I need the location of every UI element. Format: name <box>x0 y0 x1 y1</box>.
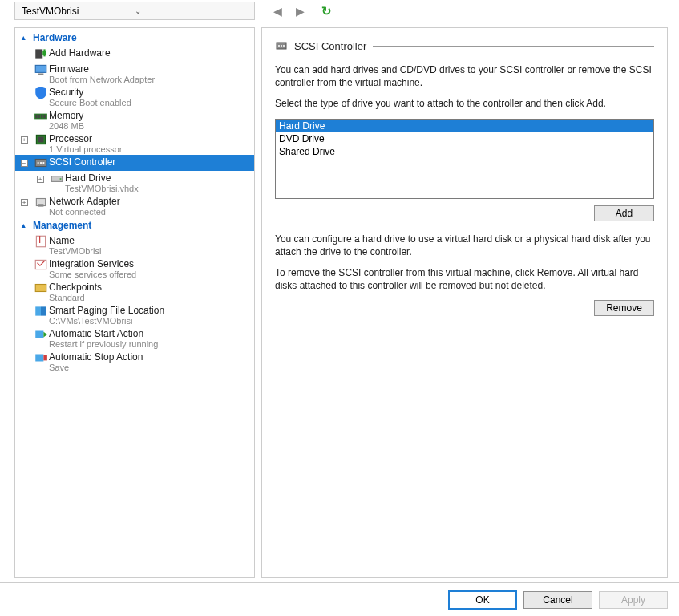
expand-icon[interactable]: + <box>21 136 28 144</box>
scsi-icon <box>275 39 288 52</box>
remove-button-row: Remove <box>275 300 654 316</box>
vm-selector[interactable]: TestVMObrisi ⌄ <box>14 2 255 20</box>
firmware-icon <box>33 63 49 77</box>
expand-icon[interactable]: + <box>21 199 28 206</box>
category-management[interactable]: ▴ Management <box>15 217 254 233</box>
item-label: Name <box>49 235 249 246</box>
svg-point-31 <box>281 45 282 47</box>
integration-icon <box>33 257 49 272</box>
item-sub: C:\VMs\TestVMObrisi <box>49 316 249 326</box>
memory-icon <box>33 109 49 124</box>
item-label: Automatic Start Action <box>49 328 249 339</box>
category-label: Management <box>33 220 91 231</box>
svg-point-17 <box>59 178 61 180</box>
item-sub: Some services offered <box>49 270 249 279</box>
item-label: Security <box>49 87 249 98</box>
ok-button[interactable]: OK <box>448 590 517 610</box>
svg-rect-24 <box>35 306 41 315</box>
drive-option-shared-drive[interactable]: Shared Drive <box>276 145 653 158</box>
nav-separator <box>313 4 313 18</box>
svg-text:I: I <box>38 234 42 245</box>
svg-rect-0 <box>35 49 42 58</box>
item-sub: Restart if previously running <box>49 339 249 349</box>
svg-point-15 <box>42 162 44 164</box>
item-label: Hard Drive <box>65 172 249 184</box>
sidebar-item-firmware[interactable]: FirmwareBoot from Network Adapter <box>15 62 254 85</box>
details-panel: SCSI Controller You can add hard drives … <box>261 27 668 578</box>
add-button[interactable]: Add <box>594 205 654 221</box>
drive-option-hard-drive[interactable]: Hard Drive <box>276 120 653 132</box>
item-sub: Secure Boot enabled <box>49 98 249 107</box>
item-label: Add Hardware <box>49 47 249 59</box>
svg-rect-6 <box>35 115 37 119</box>
svg-rect-25 <box>41 306 46 315</box>
top-bar: TestVMObrisi ⌄ ◀ ▶ ↻ <box>0 0 679 22</box>
processor-icon <box>33 132 49 147</box>
desc-configure: You can configure a hard drive to use a … <box>275 233 654 258</box>
svg-point-32 <box>283 45 285 47</box>
drive-type-list[interactable]: Hard Drive DVD Drive Shared Drive <box>275 119 654 199</box>
svg-rect-3 <box>35 65 46 72</box>
sidebar-item-memory[interactable]: Memory2048 MB <box>15 108 254 132</box>
svg-point-13 <box>38 162 39 164</box>
sidebar-item-scsi-controller[interactable]: − SCSI Controller <box>15 155 254 171</box>
sidebar-item-auto-start[interactable]: Automatic Start ActionRestart if previou… <box>15 326 254 350</box>
item-sub: 1 Virtual processor <box>49 144 249 154</box>
sidebar-item-processor[interactable]: + Processor1 Virtual processor <box>15 132 254 155</box>
drive-option-dvd-drive[interactable]: DVD Drive <box>276 132 653 145</box>
svg-rect-11 <box>38 137 44 143</box>
item-sub: TestVMObrisi <box>49 246 249 256</box>
shield-icon <box>33 86 49 100</box>
remove-button[interactable]: Remove <box>594 300 654 316</box>
hard-drive-icon <box>49 172 65 186</box>
refresh-button[interactable]: ↻ <box>317 2 336 21</box>
sidebar-item-auto-stop[interactable]: Automatic Stop ActionSave <box>15 350 254 373</box>
item-label: Smart Paging File Location <box>49 305 249 316</box>
svg-rect-7 <box>38 115 40 119</box>
back-button[interactable]: ◀ <box>268 2 287 21</box>
sidebar-item-security[interactable]: SecuritySecure Boot enabled <box>15 85 254 108</box>
svg-rect-8 <box>41 115 42 119</box>
item-label: Firmware <box>49 63 249 75</box>
title-rule <box>373 46 654 47</box>
sidebar-item-add-hardware[interactable]: Add Hardware <box>15 46 254 62</box>
network-icon <box>33 195 49 209</box>
item-sub: Boot from Network Adapter <box>49 75 249 84</box>
add-button-row: Add <box>275 205 654 221</box>
expand-icon[interactable]: + <box>37 176 44 183</box>
name-icon: I <box>33 234 49 249</box>
paging-icon <box>33 304 49 318</box>
collapse-icon: ▴ <box>22 34 33 42</box>
item-label: Processor <box>49 133 249 144</box>
sidebar-item-name[interactable]: I NameTestVMObrisi <box>15 233 254 257</box>
sidebar-item-smart-paging[interactable]: Smart Paging File LocationC:\VMs\TestVMO… <box>15 303 254 326</box>
chevron-down-icon: ⌄ <box>135 6 248 15</box>
panel-title: SCSI Controller <box>294 40 366 52</box>
svg-rect-19 <box>38 204 44 206</box>
content-area: ▴ Hardware Add Hardware FirmwareBoot fro… <box>0 22 679 582</box>
cancel-button[interactable]: Cancel <box>523 591 592 609</box>
item-sub: TestVMObrisi.vhdx <box>65 184 249 193</box>
item-sub: 2048 MB <box>49 121 249 131</box>
item-label: Integration Services <box>49 258 249 270</box>
auto-start-icon <box>33 327 49 342</box>
svg-rect-27 <box>35 355 43 362</box>
desc-remove: To remove the SCSI controller from this … <box>275 266 654 292</box>
add-hardware-icon <box>33 47 49 61</box>
svg-rect-4 <box>38 74 44 75</box>
sidebar-item-hard-drive[interactable]: + Hard DriveTestVMObrisi.vhdx <box>15 171 254 194</box>
category-hardware[interactable]: ▴ Hardware <box>15 30 254 46</box>
category-label: Hardware <box>33 32 77 43</box>
sidebar-item-checkpoints[interactable]: CheckpointsStandard <box>15 280 254 303</box>
svg-rect-2 <box>43 49 45 56</box>
svg-rect-28 <box>43 355 47 361</box>
forward-button[interactable]: ▶ <box>290 2 309 21</box>
panel-header: SCSI Controller <box>275 39 654 52</box>
scsi-icon <box>33 156 49 170</box>
svg-rect-23 <box>35 285 46 292</box>
item-sub: Standard <box>49 293 249 302</box>
sidebar-item-integration-services[interactable]: Integration ServicesSome services offere… <box>15 257 254 280</box>
sidebar-item-network-adapter[interactable]: + Network AdapterNot connected <box>15 194 254 217</box>
collapse-icon: ▴ <box>22 221 33 229</box>
collapse-icon[interactable]: − <box>21 160 28 167</box>
